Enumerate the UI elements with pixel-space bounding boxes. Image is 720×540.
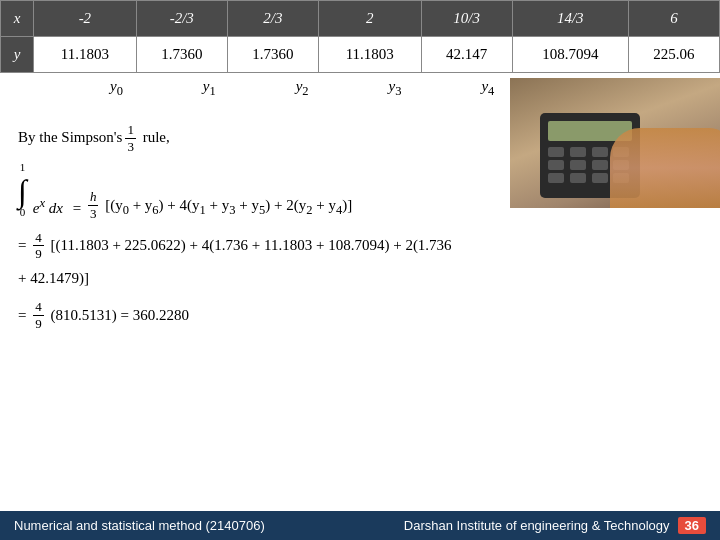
fraction-one-third: 1 3 bbox=[122, 122, 139, 154]
nine-denominator: 9 bbox=[35, 246, 42, 262]
yn-label-2: y2 bbox=[256, 75, 349, 102]
integral-block: 1 ∫ 0 bbox=[18, 158, 27, 221]
data-table: x -2 -2/3 2/3 2 10/3 14/3 6 y 11.1803 1.… bbox=[0, 0, 720, 73]
table-cell-y5: 42.147 bbox=[421, 37, 512, 73]
table-cell-x2: -2/3 bbox=[136, 1, 227, 37]
footer-left-text: Numerical and statistical method (214070… bbox=[14, 518, 265, 533]
footer: Numerical and statistical method (214070… bbox=[0, 511, 720, 540]
calculator-image bbox=[510, 78, 720, 208]
yn-spacer bbox=[0, 75, 70, 102]
yn-label-0: y0 bbox=[70, 75, 163, 102]
table-row-y: y 11.1803 1.7360 1.7360 11.1803 42.147 1… bbox=[1, 37, 720, 73]
frac-13-den: 3 bbox=[127, 139, 134, 155]
bracket-expression-1: [(y0 + y6) + 4(y1 + y3 + y5) + 2(y2 + y4… bbox=[101, 193, 352, 221]
calc-btn-5 bbox=[548, 160, 564, 170]
page-number-badge: 36 bbox=[678, 517, 706, 534]
frac-13-num: 1 bbox=[125, 122, 136, 139]
yn-label-3: y3 bbox=[349, 75, 442, 102]
step3-line: = 4 9 (810.5131) = 360.2280 bbox=[18, 299, 702, 331]
step2-bracket: [(11.1803 + 225.0622) + 4(1.736 + 11.180… bbox=[47, 233, 452, 259]
integrand-text: ex dx bbox=[33, 193, 63, 222]
footer-right: Darshan Institute of engineering & Techn… bbox=[404, 517, 706, 534]
table-cell-y-label: y bbox=[1, 37, 34, 73]
table-cell-y6: 108.7094 bbox=[512, 37, 628, 73]
calc-btn-1 bbox=[548, 147, 564, 157]
nine-denominator-2: 9 bbox=[35, 316, 42, 332]
four-numerator: 4 bbox=[33, 230, 44, 247]
table-row-x: x -2 -2/3 2/3 2 10/3 14/3 6 bbox=[1, 1, 720, 37]
table-cell-y7: 225.06 bbox=[628, 37, 719, 73]
step2-line: = 4 9 [(11.1803 + 225.0622) + 4(1.736 + … bbox=[18, 230, 702, 262]
table-cell-y3: 1.7360 bbox=[227, 37, 318, 73]
four-ninths-fraction-2: 4 9 bbox=[33, 299, 44, 331]
four-ninths-fraction: 4 9 bbox=[33, 230, 44, 262]
h-numerator: h bbox=[88, 189, 99, 206]
calc-btn-9 bbox=[548, 173, 564, 183]
step2b-line: + 42.1479)] bbox=[18, 266, 702, 292]
calc-btn-3 bbox=[592, 147, 608, 157]
table-cell-x7: 6 bbox=[628, 1, 719, 37]
frac-13: 1 3 bbox=[125, 122, 136, 154]
integral-lower-limit: 0 bbox=[20, 203, 26, 222]
footer-institute-text: Darshan Institute of engineering & Techn… bbox=[404, 518, 670, 533]
h-over-3-fraction: h 3 bbox=[88, 189, 99, 221]
table-cell-x-label: x bbox=[1, 1, 34, 37]
yn-label-1: y1 bbox=[163, 75, 256, 102]
step2b-text: + 42.1479)] bbox=[18, 266, 89, 292]
table-cell-x5: 10/3 bbox=[421, 1, 512, 37]
table-cell-y2: 1.7360 bbox=[136, 37, 227, 73]
equals-sign-1: = bbox=[69, 196, 85, 222]
table-cell-x4: 2 bbox=[318, 1, 421, 37]
h-denominator: 3 bbox=[90, 206, 97, 222]
four-numerator-2: 4 bbox=[33, 299, 44, 316]
table-cell-x3: 2/3 bbox=[227, 1, 318, 37]
calc-btn-10 bbox=[570, 173, 586, 183]
calc-btn-2 bbox=[570, 147, 586, 157]
table-cell-y4: 11.1803 bbox=[318, 37, 421, 73]
hand-image bbox=[610, 128, 720, 208]
calc-btn-11 bbox=[592, 173, 608, 183]
by-the-text: By the Simpson's bbox=[18, 125, 122, 151]
step3-text: (810.5131) = 360.2280 bbox=[47, 303, 189, 329]
table-cell-x6: 14/3 bbox=[512, 1, 628, 37]
equals-sign-3: = bbox=[18, 303, 30, 329]
calc-btn-7 bbox=[592, 160, 608, 170]
calc-image-inner bbox=[510, 78, 720, 208]
calc-btn-6 bbox=[570, 160, 586, 170]
rule-text: rule, bbox=[139, 125, 170, 151]
table-cell-x1: -2 bbox=[34, 1, 137, 37]
table-cell-y1: 11.1803 bbox=[34, 37, 137, 73]
equals-sign-2: = bbox=[18, 233, 30, 259]
